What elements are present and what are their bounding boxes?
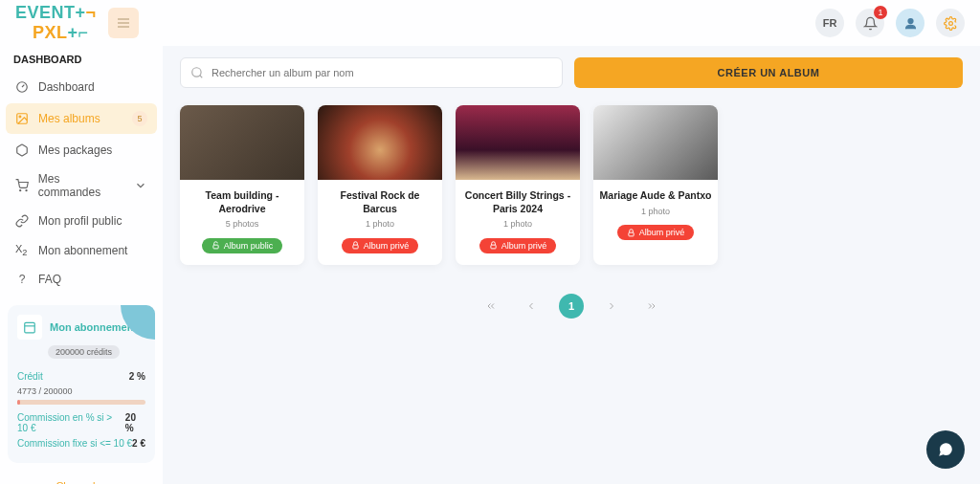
svg-rect-12 [353,245,358,249]
svg-point-4 [19,116,21,118]
nav-badge: 5 [132,111,147,126]
lock-icon [351,241,360,250]
logo: EVENT+¬ PXL+⌐ [15,3,97,43]
changelog-link[interactable]: Changelog [0,471,163,484]
unlock-icon [212,241,220,250]
album-count: 1 photo [456,219,580,236]
album-title: Concert Billy Strings - Paris 2024 [456,180,580,219]
album-badge-private: Album privé [617,225,695,240]
album-title: Festival Rock de Barcus [318,180,442,219]
nav-subscription[interactable]: X2 Mon abonnement [0,235,163,265]
page-last[interactable] [639,294,664,319]
nav-packages[interactable]: Mes packages [0,136,163,165]
svg-rect-14 [629,232,634,236]
svg-point-5 [20,190,21,191]
nav-label: Mon abonnement [38,244,127,257]
page-prev[interactable] [519,294,544,319]
main-content: CRÉER UN ALBUM Team building - Aerodrive… [163,46,980,484]
credit-label: Crédit [17,371,43,382]
svg-rect-7 [25,323,35,334]
link-icon [15,214,29,228]
commission-fix-val: 2 € [132,438,145,449]
package-icon [15,143,29,157]
subscription-title: Mon abonnement [50,321,137,333]
subscription-card: Mon abonnement 200000 crédits Crédit 2 %… [8,305,155,463]
album-thumbnail [318,105,442,180]
album-thumbnail [180,105,304,180]
nav-label: Mes packages [38,143,112,157]
gauge-icon [15,80,29,94]
lock-icon [627,229,635,237]
album-grid: Team building - Aerodrive 5 photos Album… [180,105,963,265]
nav-faq[interactable]: ? FAQ [0,265,163,294]
subscript-icon: X2 [15,243,29,257]
search-box[interactable] [180,57,563,88]
album-title: Mariage Aude & Pantxo [593,180,718,207]
page-first[interactable] [479,294,503,319]
nav-orders[interactable]: Mes commandes [0,165,163,207]
svg-point-9 [192,68,201,77]
settings-button[interactable] [936,9,965,37]
svg-point-1 [948,21,952,25]
nav-dashboard[interactable]: Dashboard [0,73,163,101]
svg-rect-11 [213,245,218,249]
question-icon: ? [15,273,29,286]
svg-line-10 [200,76,203,78]
credits-pill: 200000 crédits [48,345,120,359]
notifications-button[interactable]: 1 [856,9,884,37]
calendar-icon [17,315,42,340]
svg-point-6 [26,190,27,191]
nav-label: FAQ [38,273,61,286]
toolbar: CRÉER UN ALBUM [180,57,963,88]
credit-bar [17,400,145,405]
cart-icon [15,179,29,192]
nav-label: Mon profil public [38,214,122,228]
album-count: 1 photo [318,219,442,236]
topbar: EVENT+¬ PXL+⌐ FR 1 [0,0,980,46]
credit-pct: 2 % [129,371,145,382]
credit-usage: 4773 / 200000 [17,386,145,396]
album-count: 5 photos [180,219,304,236]
sidebar: DASHBOARD Dashboard Mes albums 5 Mes pac… [0,46,163,484]
album-title: Team building - Aerodrive [180,180,304,219]
nav-label: Mes commandes [38,172,124,199]
nav-label: Dashboard [38,80,95,94]
nav-albums[interactable]: Mes albums 5 [6,103,157,134]
search-input[interactable] [204,67,552,78]
album-badge-private: Album privé [479,238,557,253]
notification-badge: 1 [874,6,887,19]
create-album-button[interactable]: CRÉER UN ALBUM [574,57,963,88]
chevron-down-icon [134,179,147,192]
sidebar-title: DASHBOARD [0,46,163,73]
album-count: 1 photo [593,207,718,224]
chat-icon [937,441,954,458]
chat-fab[interactable] [926,430,965,469]
profile-button[interactable] [896,9,924,37]
album-card[interactable]: Mariage Aude & Pantxo 1 photo Album priv… [593,105,718,265]
commission-fix-label: Commission fixe si <= 10 € [17,438,132,449]
commission-pct-val: 20 % [125,412,145,433]
nav-label: Mes albums [38,112,100,125]
search-icon [190,66,204,79]
album-thumbnail [593,105,718,180]
pagination: 1 [180,294,963,319]
album-badge-public: Album public [202,238,283,253]
svg-point-0 [908,18,913,23]
image-icon [15,112,29,125]
svg-rect-13 [491,245,496,249]
album-card[interactable]: Team building - Aerodrive 5 photos Album… [180,105,304,265]
page-next[interactable] [599,294,624,319]
commission-pct-label: Commission en % si > 10 € [17,412,125,433]
album-badge-private: Album privé [342,238,419,253]
menu-toggle[interactable] [108,8,139,38]
page-number[interactable]: 1 [559,294,584,319]
language-selector[interactable]: FR [815,9,844,37]
nav-profile[interactable]: Mon profil public [0,207,163,235]
album-card[interactable]: Concert Billy Strings - Paris 2024 1 pho… [456,105,580,265]
lock-icon [489,241,498,250]
album-thumbnail [456,105,580,180]
album-card[interactable]: Festival Rock de Barcus 1 photo Album pr… [318,105,442,265]
